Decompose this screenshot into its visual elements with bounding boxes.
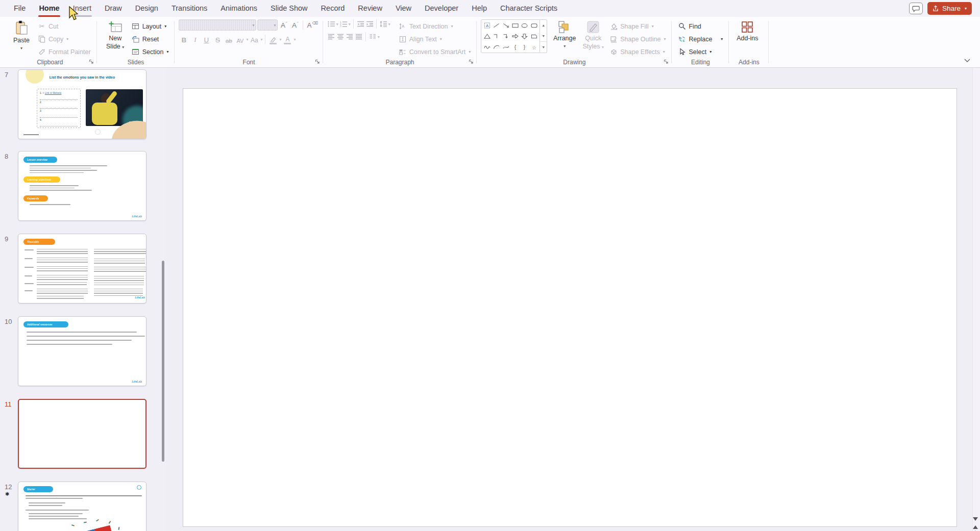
paste-button[interactable]: Paste ▾ [7,19,36,52]
paste-chevron-down-icon[interactable]: ▾ [20,45,22,52]
share-chevron-down-icon[interactable]: ▾ [965,6,967,11]
reset-button[interactable]: Reset [130,33,171,45]
new-slide-chevron-down-icon[interactable]: ▾ [122,45,124,49]
slide-12-thumbnail[interactable]: Starter [18,482,146,531]
slide-10-thumbnail[interactable]: Additional resources LifeLab [18,316,146,386]
shape-isosceles-triangle-icon[interactable] [482,31,492,42]
slide-11-thumbnail-selected[interactable] [18,399,146,469]
arrange-button[interactable]: Arrange ▾ [550,19,579,50]
paragraph-dialog-launcher[interactable] [468,58,475,65]
line-spacing-chevron-down-icon[interactable]: ▾ [388,22,390,27]
replace-chevron-down-icon[interactable]: ▾ [721,37,723,41]
slide-9-thumbnail[interactable]: Timetable LifeLab [18,234,146,304]
shape-effects-button[interactable]: Shape Effects ▾ [607,46,668,58]
cut-button[interactable]: ✂ Cut [36,20,93,32]
shape-line-icon[interactable] [492,20,501,31]
font-dialog-launcher[interactable] [314,58,321,65]
select-button[interactable]: Select ▾ [676,46,725,58]
shapes-more-button[interactable]: ▼ [540,41,547,53]
shape-right-arrow-icon[interactable] [510,31,520,42]
shape-fill-chevron-down-icon[interactable]: ▾ [652,24,654,29]
text-shadow-button[interactable]: ab [224,34,234,44]
shape-outline-chevron-down-icon[interactable]: ▾ [664,37,666,41]
character-spacing-chevron-down-icon[interactable]: ▾ [246,37,248,42]
scroll-down-arrow[interactable] [973,517,978,521]
numbering-button[interactable]: 123 [339,20,348,28]
menu-tab-character-scripts[interactable]: Character Scripts [494,0,564,17]
menu-tab-help[interactable]: Help [465,0,494,17]
shape-fill-button[interactable]: Shape Fill ▾ [607,20,668,32]
align-left-button[interactable] [327,33,335,41]
clear-formatting-button[interactable]: A⌫ [306,20,318,30]
smartart-chevron-down-icon[interactable]: ▾ [469,49,471,54]
quick-styles-button[interactable]: Quick Styles ▾ [579,19,607,51]
numbering-chevron-down-icon[interactable]: ▾ [349,22,351,27]
menu-tab-file[interactable]: File [7,0,32,17]
copy-button[interactable]: Copy ▾ [36,33,93,45]
slide-8-thumbnail[interactable]: Lesson overview Learning objectives Keyw… [18,151,146,221]
format-painter-button[interactable]: Format Painter [36,46,93,58]
shape-elbow-connector-icon[interactable] [492,31,501,42]
character-spacing-button[interactable]: AV [235,34,245,44]
menu-tab-animations[interactable]: Animations [214,0,264,17]
underline-button[interactable]: U [201,34,211,44]
shape-scribble-icon[interactable] [482,41,492,52]
select-chevron-down-icon[interactable]: ▾ [709,49,712,54]
align-text-button[interactable]: Align Text ▾ [397,33,473,45]
collapse-ribbon-button[interactable] [962,56,973,64]
columns-button[interactable] [369,33,377,41]
increase-font-size-button[interactable]: Aˆ [279,20,289,30]
text-highlight-color-button[interactable] [268,34,278,44]
shape-elbow-arrow-connector-icon[interactable] [501,31,510,42]
font-name-select[interactable]: ▾ [179,19,256,31]
shape-oval-icon[interactable] [520,20,529,31]
layout-button[interactable]: Layout ▾ [130,20,171,32]
align-text-chevron-down-icon[interactable]: ▾ [440,37,442,41]
text-direction-chevron-down-icon[interactable]: ▾ [451,24,453,29]
convert-to-smartart-button[interactable]: Convert to SmartArt ▾ [397,46,473,58]
highlight-chevron-down-icon[interactable]: ▾ [279,37,281,42]
shape-snip-corner-rectangle-icon[interactable] [529,31,538,42]
columns-chevron-down-icon[interactable]: ▾ [378,35,380,39]
shape-down-arrow-icon[interactable] [520,31,529,42]
share-button[interactable]: Share ▾ [927,2,972,15]
current-slide-editing-area[interactable] [183,88,957,527]
font-color-button[interactable]: A [282,34,292,44]
menu-tab-insert[interactable]: Insert [66,0,98,17]
align-right-button[interactable] [346,33,354,41]
align-center-button[interactable] [336,33,345,41]
bullets-button[interactable] [327,20,335,28]
italic-button[interactable]: I [190,34,200,44]
shape-effects-chevron-down-icon[interactable]: ▾ [663,49,665,54]
shape-curve-icon[interactable] [501,41,510,52]
bold-button[interactable]: B [179,34,189,44]
shape-arrow-icon[interactable] [501,20,510,31]
font-size-select[interactable]: ▾ [257,19,278,31]
section-chevron-down-icon[interactable]: ▾ [166,49,168,54]
shape-left-brace-icon[interactable]: { [510,41,520,52]
menu-tab-draw[interactable]: Draw [98,0,129,17]
section-button[interactable]: Section ▾ [130,46,171,58]
clipboard-dialog-launcher[interactable] [88,58,95,65]
menu-tab-view[interactable]: View [389,0,418,17]
change-case-chevron-down-icon[interactable]: ▾ [260,37,262,42]
bullets-chevron-down-icon[interactable]: ▾ [336,22,338,27]
menu-tab-developer[interactable]: Developer [418,0,465,17]
drawing-dialog-launcher[interactable] [663,58,670,65]
replace-button[interactable]: bc Replace ▾ [676,33,725,45]
thumbnail-panel-scrollbar[interactable] [162,261,164,462]
addins-button[interactable]: Add-ins [733,19,762,42]
text-direction-button[interactable]: A Text Direction ▾ [397,20,473,32]
previous-slide-button[interactable] [973,525,978,529]
shape-rectangle-icon[interactable] [510,20,520,31]
copy-chevron-down-icon[interactable]: ▾ [66,37,68,41]
shape-star-icon[interactable]: ☆ [529,41,538,52]
increase-indent-button[interactable] [365,20,374,28]
shapes-scroll-down-button[interactable]: ▼ [540,31,547,41]
decrease-indent-button[interactable] [356,20,364,28]
menu-tab-slide-show[interactable]: Slide Show [264,0,314,17]
font-color-chevron-down-icon[interactable]: ▾ [293,37,296,42]
menu-tab-review[interactable]: Review [351,0,389,17]
menu-tab-transitions[interactable]: Transitions [165,0,214,17]
arrange-chevron-down-icon[interactable]: ▾ [564,43,566,50]
